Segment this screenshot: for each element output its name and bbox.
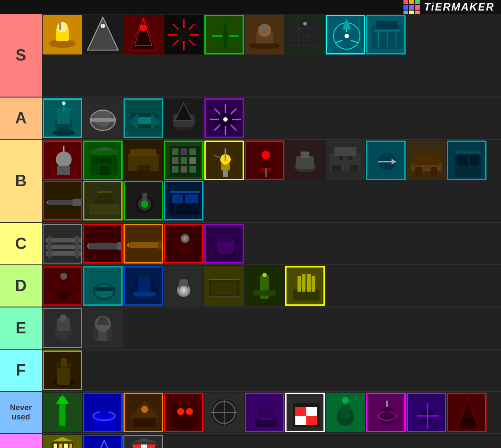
- svg-rect-97: [181, 166, 187, 173]
- svg-point-164: [95, 285, 113, 298]
- tier-items-e: [42, 307, 501, 349]
- item-n11: [447, 393, 486, 432]
- svg-point-156: [183, 236, 187, 241]
- svg-point-211: [176, 425, 194, 429]
- item-s6: [245, 15, 284, 54]
- svg-rect-141: [185, 195, 198, 203]
- svg-point-36: [303, 22, 307, 25]
- tier-row-a: A: [0, 98, 501, 140]
- svg-point-53: [62, 101, 65, 105]
- tier-row-c: C: [0, 223, 501, 265]
- tier-row-f: F: [0, 350, 501, 392]
- item-a5: [204, 98, 244, 138]
- svg-rect-115: [332, 165, 341, 171]
- item-n5: [204, 393, 244, 432]
- item-b9: [366, 141, 406, 180]
- svg-rect-140: [172, 195, 183, 203]
- item-d3: [123, 266, 163, 306]
- tier-row-e: E: [0, 307, 501, 350]
- svg-rect-123: [431, 167, 437, 176]
- svg-rect-165: [93, 287, 115, 291]
- item-d4: [164, 266, 203, 306]
- item-d7: [285, 266, 325, 306]
- svg-point-162: [60, 273, 67, 280]
- item-n7: [285, 393, 325, 432]
- item-fn2: [83, 435, 123, 448]
- item-b6: [245, 141, 284, 180]
- svg-point-106: [261, 151, 270, 159]
- svg-marker-151: [126, 242, 129, 248]
- item-b15: [164, 181, 203, 220]
- svg-rect-185: [302, 274, 305, 292]
- tier-label-c: C: [0, 223, 42, 264]
- tier-row-s: S: [0, 14, 501, 98]
- svg-rect-127: [470, 156, 479, 165]
- svg-point-75: [223, 117, 228, 122]
- svg-rect-100: [221, 164, 230, 170]
- item-s8: [326, 15, 365, 54]
- tier-items-f: [42, 350, 501, 391]
- item-n9: [366, 393, 406, 432]
- svg-rect-94: [181, 157, 187, 164]
- svg-marker-244: [51, 437, 73, 441]
- item-b2: [83, 141, 123, 180]
- svg-marker-252: [131, 438, 157, 442]
- svg-rect-250: [141, 444, 147, 448]
- svg-rect-220: [257, 407, 275, 418]
- tiermaker-logo: TiERMAKER: [403, 0, 494, 15]
- svg-point-38: [345, 34, 349, 38]
- svg-point-2: [57, 22, 68, 33]
- svg-rect-92: [189, 148, 196, 155]
- svg-rect-113: [339, 156, 343, 160]
- svg-rect-186: [307, 274, 311, 292]
- svg-marker-8: [130, 17, 156, 50]
- svg-rect-241: [59, 444, 62, 448]
- svg-rect-125: [455, 151, 481, 154]
- item-e2: [83, 308, 123, 348]
- svg-line-18: [189, 40, 195, 46]
- item-a3: [123, 98, 163, 138]
- svg-rect-3: [59, 22, 61, 30]
- svg-rect-145: [48, 236, 51, 258]
- svg-rect-116: [350, 165, 359, 171]
- svg-rect-126: [457, 156, 468, 165]
- item-b4: [164, 141, 203, 180]
- tier-label-never: Never used: [0, 392, 42, 433]
- item-s9: [366, 15, 406, 54]
- svg-rect-88: [137, 165, 150, 171]
- item-n6: [245, 393, 284, 432]
- tier-label-s: S: [0, 14, 42, 97]
- svg-point-10: [140, 25, 147, 32]
- item-c1: [43, 224, 82, 264]
- item-n8: [326, 393, 365, 432]
- svg-rect-90: [172, 148, 178, 155]
- svg-rect-83: [106, 157, 112, 164]
- svg-rect-93: [172, 157, 178, 164]
- tier-row-b: B: [0, 140, 501, 223]
- svg-point-173: [182, 288, 186, 293]
- svg-rect-242: [64, 444, 68, 448]
- item-a4: [164, 98, 203, 138]
- svg-marker-24: [222, 36, 229, 54]
- svg-rect-190: [98, 330, 107, 341]
- svg-rect-107: [265, 168, 267, 177]
- tier-label-d: D: [0, 265, 42, 307]
- item-s2: [83, 15, 123, 54]
- item-c4: [164, 224, 203, 264]
- svg-rect-175: [211, 282, 237, 295]
- svg-rect-243: [69, 444, 72, 448]
- svg-marker-85: [91, 146, 117, 151]
- svg-rect-179: [254, 290, 276, 296]
- item-c5: [204, 224, 244, 264]
- item-n3: [123, 393, 163, 432]
- svg-rect-122: [415, 167, 422, 176]
- tier-items-s: [42, 14, 501, 97]
- item-d6: [245, 266, 284, 306]
- item-s5: [204, 15, 244, 54]
- svg-marker-168: [131, 276, 138, 292]
- svg-marker-129: [46, 200, 48, 205]
- svg-line-19: [189, 24, 195, 29]
- item-s1: [43, 15, 82, 54]
- svg-point-51: [53, 129, 75, 136]
- tier-label-b: B: [0, 140, 42, 222]
